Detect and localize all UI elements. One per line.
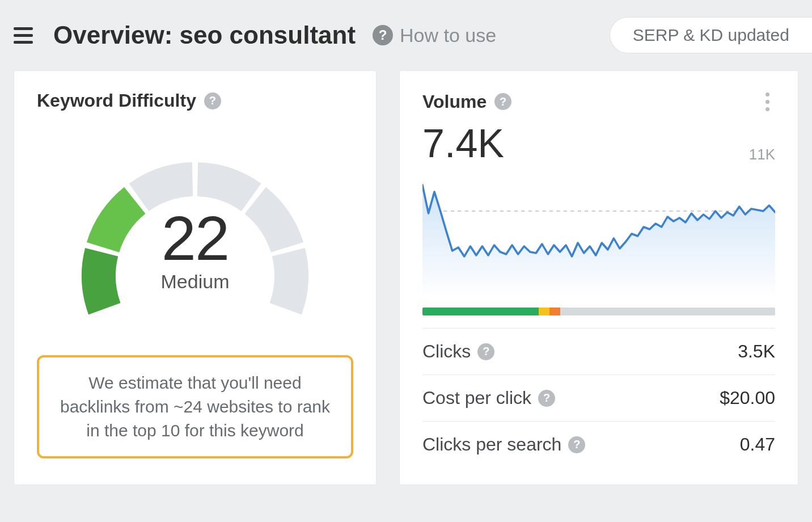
metric-label: Clicks bbox=[422, 341, 471, 362]
help-icon: ? bbox=[373, 25, 393, 45]
volume-sparkline bbox=[422, 167, 775, 297]
volume-metrics: Clicks ? 3.5K Cost per click ? $20.00 Cl… bbox=[422, 328, 775, 468]
metric-row-cps: Clicks per search ? 0.47 bbox=[422, 421, 775, 468]
sparkline-chart bbox=[422, 167, 775, 297]
kd-card-title: Keyword Difficulty bbox=[37, 90, 196, 111]
dist-segment-orange bbox=[549, 308, 560, 315]
metric-label: Clicks per search bbox=[422, 434, 561, 455]
serp-update-badge[interactable]: SERP & KD updated bbox=[610, 17, 812, 53]
more-menu-icon[interactable] bbox=[759, 90, 775, 113]
volume-card-title: Volume bbox=[422, 91, 487, 112]
dist-segment-green bbox=[422, 308, 539, 315]
metric-label: Cost per click bbox=[422, 388, 531, 409]
cards-row: Keyword Difficulty ? 22 Medium We estima… bbox=[0, 70, 812, 485]
how-to-use-label: How to use bbox=[400, 24, 496, 47]
volume-card: Volume ? 7.4K 11K bbox=[399, 70, 798, 485]
help-icon[interactable]: ? bbox=[494, 93, 511, 110]
volume-card-header: Volume ? bbox=[422, 90, 775, 113]
metric-value: $20.00 bbox=[720, 388, 775, 409]
help-icon[interactable]: ? bbox=[204, 92, 221, 110]
kd-card-header: Keyword Difficulty ? bbox=[37, 90, 353, 111]
help-icon[interactable]: ? bbox=[538, 390, 555, 407]
page-header: Overview: seo consultant ? How to use SE… bbox=[0, 0, 812, 70]
metric-row-cpc: Cost per click ? $20.00 bbox=[422, 374, 775, 421]
kd-gauge: 22 Medium bbox=[37, 134, 353, 350]
kd-level: Medium bbox=[37, 271, 353, 293]
dist-segment-yellow bbox=[539, 308, 549, 315]
volume-distribution-bar bbox=[422, 308, 775, 315]
how-to-use-link[interactable]: ? How to use bbox=[373, 24, 496, 47]
metric-value: 0.47 bbox=[740, 434, 775, 455]
metric-row-clicks: Clicks ? 3.5K bbox=[422, 328, 775, 374]
menu-icon[interactable] bbox=[14, 24, 36, 47]
kd-backlink-note: We estimate that you'll need backlinks f… bbox=[37, 355, 353, 458]
help-icon[interactable]: ? bbox=[568, 436, 585, 453]
page-title: Overview: seo consultant bbox=[53, 21, 356, 49]
help-icon[interactable]: ? bbox=[477, 343, 494, 360]
keyword-difficulty-card: Keyword Difficulty ? 22 Medium We estima… bbox=[14, 70, 377, 485]
dist-segment-gray bbox=[560, 308, 775, 315]
kd-score: 22 bbox=[37, 202, 353, 274]
metric-value: 3.5K bbox=[738, 341, 775, 362]
